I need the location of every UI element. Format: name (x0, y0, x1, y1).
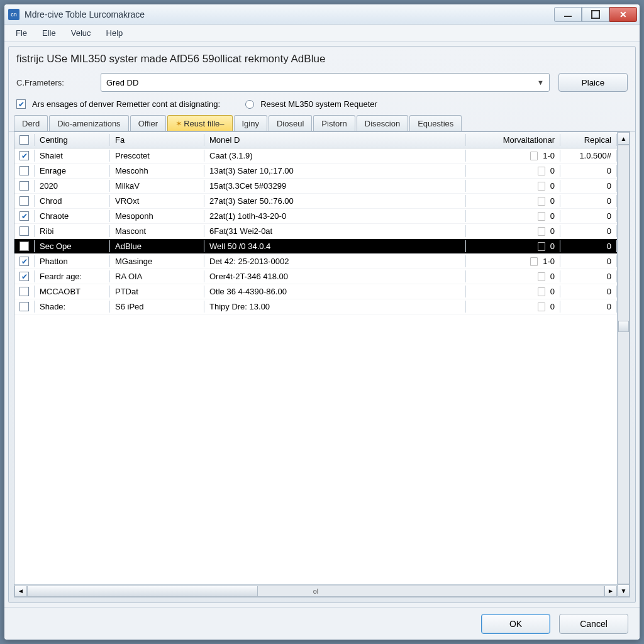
table-body: ShaietPrescotetCaat (3.1.9)1-01.0.500#En… (14, 148, 617, 584)
cell-e: 0 (560, 301, 617, 313)
scroll-down-icon[interactable]: ▼ (618, 584, 630, 597)
chevron-down-icon: ▼ (537, 79, 544, 86)
cell-e: 1.0.500# (560, 150, 617, 162)
table-row[interactable]: Shade:S6 iPedThipy Dre: 13.0000 (14, 299, 617, 314)
window-title: Mdre-cive Toble Lurcomakrace (25, 9, 554, 19)
table-row[interactable]: MCCAOBTPTDatOtle 36 4-4390-86.0000 (14, 284, 617, 299)
row-checkbox[interactable] (19, 226, 29, 236)
table-row[interactable]: ChraoteMesoponh22at(1) 1otlh-43-20-000 (14, 209, 617, 224)
table-row[interactable]: ChrodVROxt27at(3) Sater 50.:76.0000 (14, 194, 617, 209)
row-checkbox[interactable] (19, 151, 29, 160)
row-checkbox[interactable] (19, 211, 29, 221)
cell-b: MilkaV (110, 180, 204, 192)
col-repical[interactable]: Repical (560, 134, 617, 146)
cell-b: AdBlue (110, 240, 204, 252)
cell-e: 0 (560, 270, 617, 282)
cell-a: Ribi (35, 225, 110, 237)
cell-c: Well 50 /0 34.0.4 (204, 240, 466, 252)
cell-d: 0 (466, 195, 560, 208)
tab-label: Offier (138, 119, 158, 128)
cell-e: 0 (560, 225, 617, 237)
table-row[interactable]: EnrageMescohh13at(3) Sater 10,:17.0000 (14, 164, 617, 179)
cell-a: Chraote (35, 210, 110, 222)
row-checkbox[interactable] (19, 181, 29, 191)
close-button[interactable] (609, 7, 637, 22)
table-row[interactable]: Feardr age:RA OIAOrer4t-2T-346 418.0000 (14, 269, 617, 284)
cell-c: Otle 36 4-4390-86.00 (204, 286, 466, 297)
tab-derd[interactable]: Derd (14, 115, 48, 131)
tab-equesties[interactable]: Equesties (409, 115, 462, 131)
cell-b: Mescohh (110, 165, 204, 177)
tab-reust-fille-[interactable]: ✶Reust fille– (167, 115, 232, 131)
place-button[interactable]: Plaice (558, 73, 628, 92)
tab-label: Dioseul (277, 119, 304, 128)
menu-veluc[interactable]: Veluc (64, 26, 99, 40)
table-row[interactable]: ShaietPrescotetCaat (3.1.9)1-01.0.500# (14, 148, 617, 164)
reset-radio-label: Resest ML350 system Requeter (260, 99, 377, 109)
cell-e: 0 (560, 195, 617, 207)
col-fa[interactable]: Fa (110, 134, 204, 146)
cell-d: 0 (466, 225, 560, 238)
parameters-row: C.Frameters: Gred DD ▼ Plaice (9, 69, 635, 96)
menu-elle[interactable]: Elle (35, 26, 64, 40)
col-centing[interactable]: Centing (35, 134, 110, 146)
hscroll-label: ol (313, 587, 319, 595)
star-icon: ✶ (175, 119, 182, 128)
tab-offier[interactable]: Offier (130, 115, 167, 131)
table-row[interactable]: PhattonMGasingeDet 42: 25-2013-00021-00 (14, 254, 617, 269)
row-checkbox[interactable] (19, 272, 29, 281)
tab-disescion[interactable]: Disescion (357, 115, 408, 131)
tabs: DerdDio-amenizationsOffier✶Reust fille–I… (9, 115, 635, 131)
app-window: cn Mdre-cive Toble Lurcomakrace Fle Elle… (4, 4, 640, 640)
row-checkbox[interactable] (19, 166, 29, 175)
tab-iginy[interactable]: Iginy (234, 115, 267, 131)
vertical-scrollbar[interactable]: ▲ ▼ (617, 132, 630, 597)
row-checkbox[interactable] (19, 287, 29, 296)
cell-c: 15at(3.3Cet 5#03299 (204, 180, 466, 192)
cell-c: 6Fat(31 Wei2-0at (204, 225, 466, 237)
cell-a: Enrage (35, 165, 110, 177)
reset-radio[interactable] (245, 100, 254, 109)
cell-c: Orer4t-2T-346 418.00 (204, 270, 466, 282)
row-checkbox[interactable] (19, 196, 29, 206)
tab-dioseul[interactable]: Dioseul (269, 115, 312, 131)
menu-file[interactable]: Fle (8, 26, 35, 40)
parameters-combo[interactable]: Gred DD ▼ (101, 73, 550, 92)
parameters-label: C.Frameters: (16, 78, 92, 87)
row-checkbox[interactable] (19, 242, 29, 251)
scroll-right-icon[interactable]: ► (604, 586, 617, 597)
doc-icon (538, 272, 545, 281)
doc-icon (530, 152, 538, 160)
tab-label: Pistorn (321, 119, 347, 128)
cancel-button[interactable]: Cancel (559, 614, 628, 634)
table-row[interactable]: RibiMascont6Fat(31 Wei2-0at00 (14, 224, 617, 239)
hscroll-thumb[interactable] (28, 586, 258, 596)
cell-a: Chrod (35, 195, 110, 207)
cell-b: Mesoponh (110, 210, 204, 222)
cell-d: 1-0 (466, 255, 560, 268)
scroll-up-icon[interactable]: ▲ (618, 132, 630, 145)
table-row[interactable]: Sec OpeAdBlueWell 50 /0 34.0.400 (14, 239, 617, 254)
select-all-checkbox[interactable] (19, 135, 29, 145)
cell-e: 0 (560, 210, 617, 222)
cell-a: Feardr age: (35, 270, 110, 282)
ok-button[interactable]: OK (481, 614, 550, 634)
table-row[interactable]: 2020MilkaV15at(3.3Cet 5#0329900 (14, 179, 617, 194)
row-checkbox[interactable] (19, 302, 29, 311)
vscroll-thumb[interactable] (618, 321, 629, 332)
col-morv[interactable]: Morvaitationar (466, 134, 560, 146)
cell-a: 2020 (35, 180, 110, 192)
page-heading: fistrijc USe MIL350 syster made AfD56 59… (9, 47, 635, 69)
row-checkbox[interactable] (19, 257, 29, 266)
minimize-button[interactable] (554, 7, 582, 22)
horizontal-scrollbar[interactable]: ◄ ol ► (14, 584, 617, 597)
cell-c: 27at(3) Sater 50.:76.00 (204, 195, 466, 207)
ensages-checkbox[interactable] (16, 99, 26, 109)
tab-dio-amenizations[interactable]: Dio-amenizations (49, 115, 128, 131)
maximize-button[interactable] (582, 7, 609, 22)
scroll-left-icon[interactable]: ◄ (14, 586, 27, 597)
col-monel[interactable]: Monel D (204, 134, 466, 146)
tab-pistorn[interactable]: Pistorn (313, 115, 355, 131)
titlebar[interactable]: cn Mdre-cive Toble Lurcomakrace (4, 4, 640, 25)
menu-help[interactable]: Help (99, 26, 131, 40)
